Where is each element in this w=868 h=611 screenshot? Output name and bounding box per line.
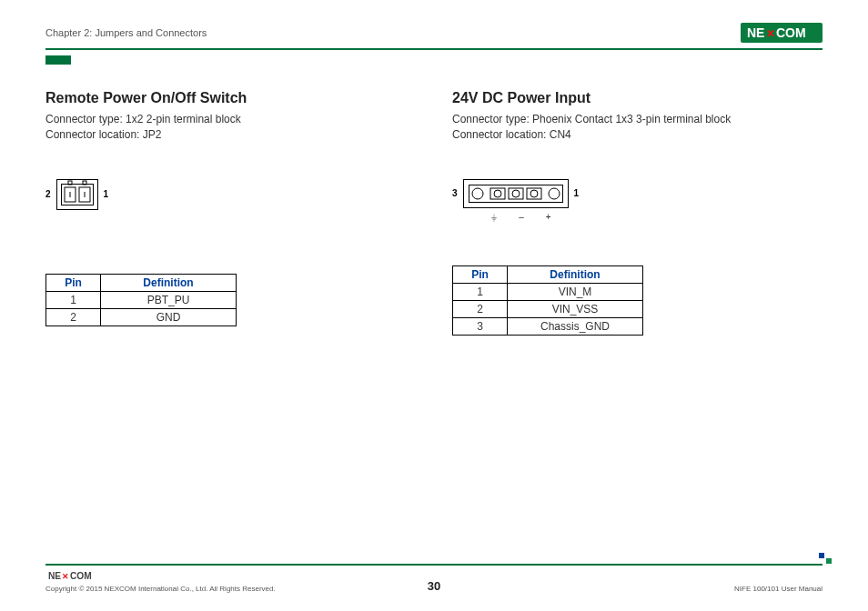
cn4-pin3-label: 3 [452,188,458,198]
pin-cell: 3 [453,317,508,335]
svg-point-21 [549,188,560,199]
def-cell: VIN_M [508,283,643,300]
table-header-row: Pin Definition [453,265,643,283]
right-section-title: 24V DC Power Input [452,90,823,106]
main-content: Remote Power On/Off Switch Connector typ… [45,90,823,336]
right-section-desc: Connector type: Phoenix Contact 1x3 3-pi… [452,112,823,143]
svg-text:✕: ✕ [766,27,775,40]
col-head-definition: Definition [508,265,643,283]
svg-text:COM: COM [70,571,92,581]
cn4-pinout-table: Pin Definition 1 VIN_M 2 VIN_VSS 3 Chass… [452,265,643,336]
def-cell: GND [101,308,237,326]
left-loc-line: Connector location: JP2 [45,127,416,143]
accent-bar [45,55,71,65]
svg-point-18 [512,190,520,197]
cn4-connector-icon [463,179,569,208]
right-type-line: Connector type: Phoenix Contact 1x3 3-pi… [452,112,823,127]
col-head-pin: Pin [453,265,508,283]
jp2-pin1-label: 1 [104,189,109,199]
def-cell: PBT_PU [101,291,237,308]
svg-text:NE: NE [747,25,764,40]
pin-cell: 2 [46,308,101,326]
plus-icon: + [546,212,551,222]
header-rule [45,48,823,50]
copyright-text: Copyright © 2015 NEXCOM International Co… [45,585,276,593]
pin-cell: 2 [453,300,508,317]
page-number: 30 [428,579,440,593]
svg-point-20 [530,190,538,197]
def-cell: Chassis_GND [508,317,643,335]
left-section-desc: Connector type: 1x2 2-pin terminal block… [45,112,416,143]
table-row: 2 GND [46,308,237,326]
svg-text:NE: NE [48,571,61,581]
table-header-row: Pin Definition [46,274,237,291]
svg-point-16 [494,190,501,197]
left-column: Remote Power On/Off Switch Connector typ… [45,90,416,336]
footer-shapes-icon [819,553,832,564]
footer-rule [45,564,823,566]
page-header: Chapter 2: Jumpers and Connectors NE ✕ C… [45,23,823,43]
svg-text:✕: ✕ [62,572,69,581]
left-section-title: Remote Power On/Off Switch [45,90,416,106]
jp2-diagram: 2 1 [45,179,416,210]
cn4-pin1-label: 1 [574,188,580,198]
cn4-polarity-row: ⏚ – + [469,212,574,222]
pin-cell: 1 [46,291,101,308]
jp2-pinout-table: Pin Definition 1 PBT_PU 2 GND [45,274,237,326]
right-column: 24V DC Power Input Connector type: Phoen… [452,90,823,336]
page-footer: NE ✕ COM Copyright © 2015 NEXCOM Interna… [45,564,823,593]
minus-icon: – [519,212,524,222]
chapter-title: Chapter 2: Jumpers and Connectors [45,27,207,38]
brand-logo-top: NE ✕ COM [741,23,823,43]
col-head-definition: Definition [101,274,237,291]
table-row: 1 PBT_PU [46,291,237,308]
svg-rect-12 [463,179,568,207]
table-row: 1 VIN_M [453,283,643,300]
svg-text:COM: COM [776,25,806,40]
cn4-diagram: 3 1 ⏚ – + [452,179,823,222]
ground-icon: ⏚ [491,212,497,222]
jp2-connector-icon [56,179,98,210]
doc-name: NIFE 100/101 User Manual [734,585,823,593]
def-cell: VIN_VSS [508,300,643,317]
pin-cell: 1 [453,283,508,300]
brand-logo-bottom: NE ✕ COM [45,568,109,583]
svg-point-14 [472,188,483,199]
left-type-line: Connector type: 1x2 2-pin terminal block [45,112,416,127]
table-row: 3 Chassis_GND [453,317,643,335]
table-row: 2 VIN_VSS [453,300,643,317]
right-loc-line: Connector location: CN4 [452,127,823,143]
col-head-pin: Pin [46,274,101,291]
jp2-pin2-label: 2 [45,189,51,199]
